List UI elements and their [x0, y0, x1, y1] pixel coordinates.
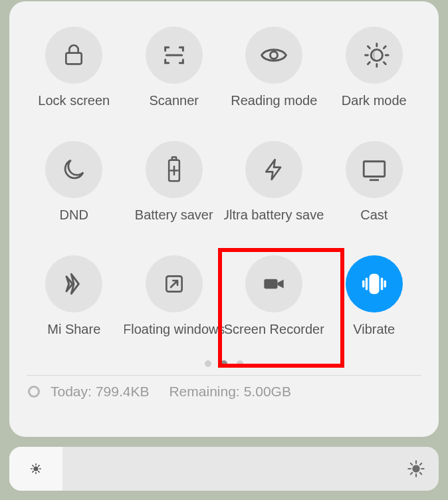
tile-label: Screen Recorder: [224, 322, 324, 337]
svg-line-30: [33, 465, 33, 466]
svg-point-3: [371, 49, 382, 61]
brightness-low-icon: [29, 461, 43, 476]
tile-floating-windows[interactable]: Floating windows: [124, 251, 225, 358]
battery-plus-icon: [146, 141, 203, 198]
tile-battery-saver[interactable]: Battery saver: [124, 137, 225, 243]
brightness-high-icon: [407, 459, 439, 478]
svg-line-31: [39, 471, 39, 472]
tile-screen-recorder[interactable]: Screen Recorder: [224, 251, 324, 358]
svg-rect-19: [265, 279, 278, 289]
tile-cast[interactable]: Cast: [324, 137, 425, 243]
cast-icon: [346, 141, 403, 198]
toggle-grid: Lock screen Scanner Reading mode: [24, 23, 424, 358]
eye-icon: [245, 27, 302, 84]
moon-icon: [45, 141, 102, 198]
svg-line-33: [39, 465, 39, 466]
tile-dark-mode[interactable]: Dark mode: [324, 23, 425, 129]
page-dot[interactable]: [205, 360, 211, 367]
svg-line-41: [411, 473, 412, 474]
data-remaining-value: 5.00GB: [244, 384, 291, 400]
tile-dnd[interactable]: DND: [24, 137, 124, 243]
svg-line-42: [420, 463, 421, 465]
svg-rect-13: [172, 157, 176, 160]
tile-label: Reading mode: [231, 93, 317, 108]
brightness-slider-handle[interactable]: [9, 447, 62, 491]
data-usage-row[interactable]: Today: 799.4KB Remaining: 5.00GB: [24, 384, 424, 400]
svg-point-2: [271, 52, 278, 59]
svg-line-11: [368, 62, 370, 64]
data-today-value: 799.4KB: [96, 384, 150, 400]
mi-share-icon: [45, 255, 102, 312]
floating-window-icon: [146, 255, 203, 312]
tile-scanner[interactable]: Scanner: [124, 23, 225, 129]
pagination-dots[interactable]: [24, 360, 424, 367]
svg-rect-20: [370, 275, 378, 293]
tile-label: Ultra battery saver: [224, 207, 324, 223]
svg-line-10: [368, 47, 370, 49]
svg-rect-0: [66, 53, 82, 64]
page-dot[interactable]: [221, 360, 227, 367]
bolt-icon: [245, 141, 302, 198]
tile-ultra-battery[interactable]: Ultra battery saver: [224, 137, 324, 243]
tile-label: Dark mode: [342, 93, 407, 108]
svg-line-40: [420, 473, 421, 474]
tile-lock-screen[interactable]: Lock screen: [24, 23, 124, 129]
svg-point-25: [34, 467, 38, 471]
video-camera-icon: [245, 255, 302, 312]
svg-line-9: [384, 62, 386, 64]
quick-settings-panel: Lock screen Scanner Reading mode: [9, 1, 439, 437]
tile-label: DND: [60, 207, 88, 223]
lock-icon: [45, 27, 102, 84]
svg-line-39: [411, 463, 412, 465]
tile-reading-mode[interactable]: Reading mode: [224, 23, 324, 129]
vibrate-icon: [346, 255, 403, 312]
data-today-label: Today:: [51, 384, 92, 400]
tile-label: Scanner: [150, 93, 199, 108]
svg-line-8: [384, 47, 386, 49]
divider: [27, 375, 421, 376]
svg-rect-16: [364, 162, 385, 177]
tile-label: Vibrate: [353, 322, 395, 337]
tile-label: Cast: [360, 207, 388, 223]
dark-mode-icon: [346, 27, 403, 84]
data-remaining-label: Remaining:: [169, 384, 239, 400]
tile-label: Battery saver: [135, 207, 213, 223]
tile-vibrate[interactable]: Vibrate: [324, 251, 425, 358]
tile-label: Mi Share: [47, 322, 100, 337]
scanner-icon: [146, 27, 203, 84]
tile-mi-share[interactable]: Mi Share: [24, 251, 124, 358]
brightness-slider[interactable]: [9, 447, 439, 491]
svg-line-32: [33, 471, 33, 472]
page-dot[interactable]: [237, 360, 243, 367]
tile-label: Lock screen: [38, 93, 110, 108]
data-usage-indicator-icon: [28, 386, 40, 398]
svg-point-34: [413, 465, 419, 471]
tile-label: Floating windows: [124, 322, 225, 337]
